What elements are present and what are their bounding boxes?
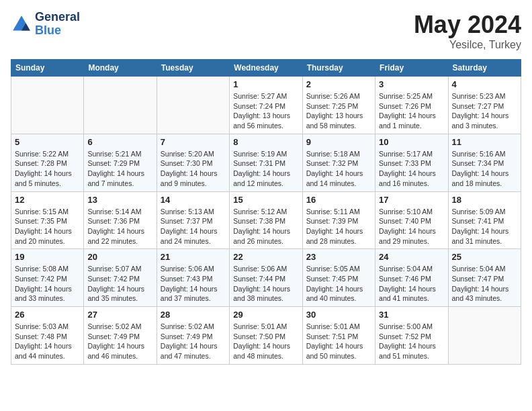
calendar-day-cell: 29Sunrise: 5:01 AM Sunset: 7:50 PM Dayli… [230, 307, 302, 365]
day-info: Sunrise: 5:01 AM Sunset: 7:51 PM Dayligh… [306, 322, 371, 361]
day-info: Sunrise: 5:22 AM Sunset: 7:28 PM Dayligh… [15, 149, 80, 189]
day-info: Sunrise: 5:02 AM Sunset: 7:49 PM Dayligh… [161, 322, 226, 361]
day-info: Sunrise: 5:14 AM Sunset: 7:36 PM Dayligh… [87, 207, 152, 246]
weekday-header: Tuesday [157, 60, 229, 77]
day-number: 18 [452, 195, 517, 205]
day-info: Sunrise: 5:02 AM Sunset: 7:49 PM Dayligh… [87, 322, 152, 361]
day-info: Sunrise: 5:21 AM Sunset: 7:29 PM Dayligh… [87, 149, 152, 189]
calendar-day-cell: 13Sunrise: 5:14 AM Sunset: 7:36 PM Dayli… [84, 191, 157, 249]
calendar-header-row: SundayMondayTuesdayWednesdayThursdayFrid… [11, 60, 521, 77]
calendar-day-cell: 9Sunrise: 5:18 AM Sunset: 7:32 PM Daylig… [302, 134, 375, 191]
day-number: 21 [161, 252, 226, 262]
day-number: 11 [452, 137, 517, 147]
calendar-table: SundayMondayTuesdayWednesdayThursdayFrid… [11, 59, 521, 365]
day-info: Sunrise: 5:06 AM Sunset: 7:43 PM Dayligh… [161, 264, 226, 304]
day-info: Sunrise: 5:15 AM Sunset: 7:35 PM Dayligh… [15, 207, 80, 246]
day-number: 4 [452, 79, 517, 89]
calendar-day-cell [11, 77, 84, 134]
page-header: General Blue May 2024 Yesilce, Turkey [11, 11, 521, 51]
day-info: Sunrise: 5:12 AM Sunset: 7:38 PM Dayligh… [233, 207, 298, 246]
day-number: 2 [306, 79, 371, 89]
day-number: 14 [161, 195, 226, 205]
day-info: Sunrise: 5:19 AM Sunset: 7:31 PM Dayligh… [233, 149, 298, 189]
day-number: 28 [161, 310, 226, 320]
day-number: 19 [15, 252, 80, 262]
calendar-day-cell: 26Sunrise: 5:03 AM Sunset: 7:48 PM Dayli… [11, 307, 84, 365]
day-info: Sunrise: 5:27 AM Sunset: 7:24 PM Dayligh… [233, 91, 298, 131]
weekday-header: Wednesday [230, 60, 302, 77]
calendar-day-cell: 19Sunrise: 5:08 AM Sunset: 7:42 PM Dayli… [11, 249, 84, 307]
calendar-day-cell: 31Sunrise: 5:00 AM Sunset: 7:52 PM Dayli… [375, 307, 448, 365]
logo-text: General Blue [35, 11, 80, 38]
calendar-week-row: 5Sunrise: 5:22 AM Sunset: 7:28 PM Daylig… [11, 134, 521, 191]
calendar-day-cell: 22Sunrise: 5:06 AM Sunset: 7:44 PM Dayli… [230, 249, 302, 307]
day-number: 25 [452, 252, 517, 262]
weekday-header: Sunday [11, 60, 84, 77]
day-info: Sunrise: 5:11 AM Sunset: 7:39 PM Dayligh… [306, 207, 371, 246]
day-info: Sunrise: 5:00 AM Sunset: 7:52 PM Dayligh… [379, 322, 444, 361]
day-info: Sunrise: 5:06 AM Sunset: 7:44 PM Dayligh… [233, 264, 298, 304]
day-info: Sunrise: 5:04 AM Sunset: 7:46 PM Dayligh… [379, 264, 444, 304]
calendar-day-cell: 11Sunrise: 5:16 AM Sunset: 7:34 PM Dayli… [448, 134, 521, 191]
calendar-day-cell: 14Sunrise: 5:13 AM Sunset: 7:37 PM Dayli… [157, 191, 229, 249]
calendar-day-cell: 8Sunrise: 5:19 AM Sunset: 7:31 PM Daylig… [230, 134, 302, 191]
calendar-day-cell: 5Sunrise: 5:22 AM Sunset: 7:28 PM Daylig… [11, 134, 84, 191]
calendar-day-cell: 25Sunrise: 5:04 AM Sunset: 7:47 PM Dayli… [448, 249, 521, 307]
day-info: Sunrise: 5:07 AM Sunset: 7:42 PM Dayligh… [87, 264, 152, 304]
calendar-day-cell: 27Sunrise: 5:02 AM Sunset: 7:49 PM Dayli… [84, 307, 157, 365]
calendar-day-cell: 12Sunrise: 5:15 AM Sunset: 7:35 PM Dayli… [11, 191, 84, 249]
day-number: 26 [15, 310, 80, 320]
calendar-week-row: 12Sunrise: 5:15 AM Sunset: 7:35 PM Dayli… [11, 191, 521, 249]
weekday-header: Thursday [302, 60, 375, 77]
day-info: Sunrise: 5:04 AM Sunset: 7:47 PM Dayligh… [452, 264, 517, 304]
day-info: Sunrise: 5:03 AM Sunset: 7:48 PM Dayligh… [15, 322, 80, 361]
calendar-day-cell: 15Sunrise: 5:12 AM Sunset: 7:38 PM Dayli… [230, 191, 302, 249]
day-number: 24 [379, 252, 444, 262]
day-info: Sunrise: 5:05 AM Sunset: 7:45 PM Dayligh… [306, 264, 371, 304]
day-number: 8 [233, 137, 298, 147]
calendar-day-cell: 23Sunrise: 5:05 AM Sunset: 7:45 PM Dayli… [302, 249, 375, 307]
day-number: 30 [306, 310, 371, 320]
day-number: 10 [379, 137, 444, 147]
calendar-day-cell [448, 307, 521, 365]
calendar-day-cell: 24Sunrise: 5:04 AM Sunset: 7:46 PM Dayli… [375, 249, 448, 307]
day-number: 12 [15, 195, 80, 205]
day-info: Sunrise: 5:10 AM Sunset: 7:40 PM Dayligh… [379, 207, 444, 246]
day-info: Sunrise: 5:23 AM Sunset: 7:27 PM Dayligh… [452, 91, 517, 131]
day-number: 6 [87, 137, 152, 147]
day-info: Sunrise: 5:08 AM Sunset: 7:42 PM Dayligh… [15, 264, 80, 304]
location: Yesilce, Turkey [414, 39, 521, 51]
calendar-day-cell: 16Sunrise: 5:11 AM Sunset: 7:39 PM Dayli… [302, 191, 375, 249]
day-number: 1 [233, 79, 298, 89]
title-block: May 2024 Yesilce, Turkey [414, 11, 521, 51]
logo-icon [11, 13, 32, 35]
calendar-day-cell: 18Sunrise: 5:09 AM Sunset: 7:41 PM Dayli… [448, 191, 521, 249]
calendar-week-row: 26Sunrise: 5:03 AM Sunset: 7:48 PM Dayli… [11, 307, 521, 365]
day-number: 3 [379, 79, 444, 89]
day-number: 13 [87, 195, 152, 205]
day-info: Sunrise: 5:17 AM Sunset: 7:33 PM Dayligh… [379, 149, 444, 189]
day-info: Sunrise: 5:20 AM Sunset: 7:30 PM Dayligh… [161, 149, 226, 189]
day-info: Sunrise: 5:01 AM Sunset: 7:50 PM Dayligh… [233, 322, 298, 361]
calendar-day-cell [157, 77, 229, 134]
calendar-day-cell: 10Sunrise: 5:17 AM Sunset: 7:33 PM Dayli… [375, 134, 448, 191]
calendar-week-row: 19Sunrise: 5:08 AM Sunset: 7:42 PM Dayli… [11, 249, 521, 307]
calendar-day-cell: 1Sunrise: 5:27 AM Sunset: 7:24 PM Daylig… [230, 77, 302, 134]
calendar-day-cell: 21Sunrise: 5:06 AM Sunset: 7:43 PM Dayli… [157, 249, 229, 307]
day-number: 9 [306, 137, 371, 147]
day-number: 29 [233, 310, 298, 320]
day-info: Sunrise: 5:16 AM Sunset: 7:34 PM Dayligh… [452, 149, 517, 189]
day-info: Sunrise: 5:26 AM Sunset: 7:25 PM Dayligh… [306, 91, 371, 131]
day-number: 31 [379, 310, 444, 320]
logo: General Blue [11, 11, 80, 38]
day-number: 5 [15, 137, 80, 147]
calendar-day-cell: 6Sunrise: 5:21 AM Sunset: 7:29 PM Daylig… [84, 134, 157, 191]
calendar-day-cell: 2Sunrise: 5:26 AM Sunset: 7:25 PM Daylig… [302, 77, 375, 134]
day-info: Sunrise: 5:25 AM Sunset: 7:26 PM Dayligh… [379, 91, 444, 131]
day-number: 23 [306, 252, 371, 262]
weekday-header: Monday [84, 60, 157, 77]
day-info: Sunrise: 5:13 AM Sunset: 7:37 PM Dayligh… [161, 207, 226, 246]
day-info: Sunrise: 5:18 AM Sunset: 7:32 PM Dayligh… [306, 149, 371, 189]
calendar-day-cell: 30Sunrise: 5:01 AM Sunset: 7:51 PM Dayli… [302, 307, 375, 365]
calendar-week-row: 1Sunrise: 5:27 AM Sunset: 7:24 PM Daylig… [11, 77, 521, 134]
